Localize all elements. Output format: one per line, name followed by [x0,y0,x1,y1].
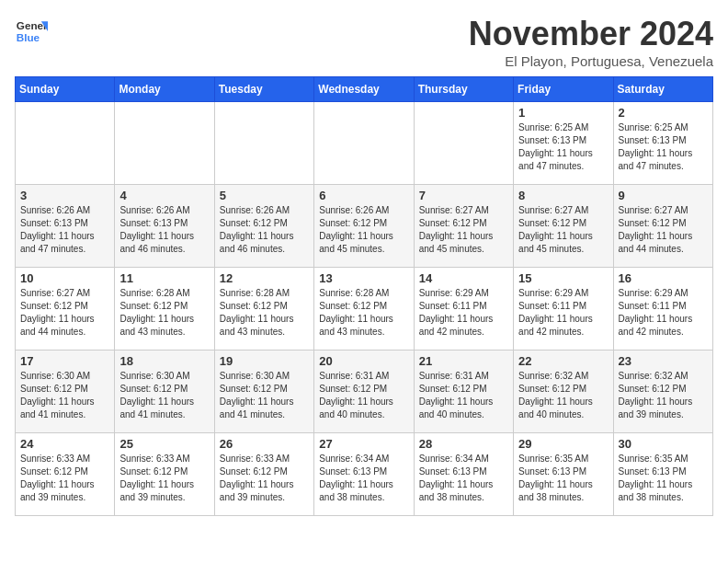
day-info: Sunrise: 6:33 AM Sunset: 6:12 PM Dayligh… [220,453,309,504]
calendar-cell [214,102,313,185]
day-number: 27 [319,437,408,451]
svg-text:General: General [17,19,48,31]
day-number: 5 [220,189,309,202]
calendar-cell [414,102,513,185]
calendar-cell: 7Sunrise: 6:27 AM Sunset: 6:12 PM Daylig… [414,185,513,268]
day-number: 13 [319,271,408,285]
day-info: Sunrise: 6:30 AM Sunset: 6:12 PM Dayligh… [119,370,209,421]
day-header-thursday: Thursday [414,77,513,102]
calendar-cell [16,102,115,185]
calendar-cell: 9Sunrise: 6:27 AM Sunset: 6:12 PM Daylig… [613,185,712,268]
day-info: Sunrise: 6:26 AM Sunset: 6:13 PM Dayligh… [119,204,209,256]
calendar-cell: 28Sunrise: 6:34 AM Sunset: 6:13 PM Dayli… [414,433,513,516]
day-info: Sunrise: 6:30 AM Sunset: 6:12 PM Dayligh… [20,370,109,421]
calendar-cell: 1Sunrise: 6:25 AM Sunset: 6:13 PM Daylig… [514,102,613,185]
day-number: 4 [119,189,209,202]
calendar-cell: 24Sunrise: 6:33 AM Sunset: 6:12 PM Dayli… [16,433,115,516]
calendar-cell: 8Sunrise: 6:27 AM Sunset: 6:12 PM Daylig… [514,185,613,268]
day-number: 29 [518,437,608,451]
calendar-cell: 2Sunrise: 6:25 AM Sunset: 6:13 PM Daylig… [613,102,712,185]
calendar-cell: 21Sunrise: 6:31 AM Sunset: 6:12 PM Dayli… [414,350,513,433]
day-info: Sunrise: 6:27 AM Sunset: 6:12 PM Dayligh… [20,287,109,339]
day-info: Sunrise: 6:28 AM Sunset: 6:12 PM Dayligh… [220,287,309,339]
day-info: Sunrise: 6:28 AM Sunset: 6:12 PM Dayligh… [319,287,408,339]
page-header: General Blue November 2024 El Playon, Po… [15,15,713,69]
day-number: 8 [518,189,608,202]
calendar-cell: 25Sunrise: 6:33 AM Sunset: 6:12 PM Dayli… [115,433,214,516]
day-header-tuesday: Tuesday [214,77,313,102]
day-info: Sunrise: 6:31 AM Sunset: 6:12 PM Dayligh… [419,370,508,421]
calendar-week-1: 1Sunrise: 6:25 AM Sunset: 6:13 PM Daylig… [16,102,713,185]
calendar-cell: 20Sunrise: 6:31 AM Sunset: 6:12 PM Dayli… [314,350,414,433]
calendar-week-5: 24Sunrise: 6:33 AM Sunset: 6:12 PM Dayli… [16,433,713,516]
calendar-cell: 26Sunrise: 6:33 AM Sunset: 6:12 PM Dayli… [214,433,313,516]
location: El Playon, Portuguesa, Venezuela [469,53,713,69]
day-number: 14 [419,271,508,285]
calendar-week-3: 10Sunrise: 6:27 AM Sunset: 6:12 PM Dayli… [16,268,713,350]
calendar-cell: 3Sunrise: 6:26 AM Sunset: 6:13 PM Daylig… [16,185,115,268]
day-number: 22 [518,354,608,368]
day-info: Sunrise: 6:34 AM Sunset: 6:13 PM Dayligh… [319,453,408,504]
day-number: 2 [619,106,708,120]
day-info: Sunrise: 6:32 AM Sunset: 6:12 PM Dayligh… [619,370,708,421]
day-number: 25 [119,437,209,451]
day-number: 26 [220,437,309,451]
calendar-cell: 23Sunrise: 6:32 AM Sunset: 6:12 PM Dayli… [613,350,712,433]
calendar-cell: 11Sunrise: 6:28 AM Sunset: 6:12 PM Dayli… [115,268,214,350]
day-number: 6 [319,189,408,202]
day-number: 12 [220,271,309,285]
calendar-cell: 22Sunrise: 6:32 AM Sunset: 6:12 PM Dayli… [514,350,613,433]
day-number: 19 [220,354,309,368]
day-number: 16 [619,271,708,285]
day-header-friday: Friday [514,77,613,102]
calendar-cell: 18Sunrise: 6:30 AM Sunset: 6:12 PM Dayli… [115,350,214,433]
calendar-cell: 16Sunrise: 6:29 AM Sunset: 6:11 PM Dayli… [613,268,712,350]
calendar-cell: 14Sunrise: 6:29 AM Sunset: 6:11 PM Dayli… [414,268,513,350]
day-number: 24 [20,437,109,451]
day-number: 30 [619,437,708,451]
title-block: November 2024 El Playon, Portuguesa, Ven… [469,15,713,69]
calendar-cell: 30Sunrise: 6:35 AM Sunset: 6:13 PM Dayli… [613,433,712,516]
calendar-week-2: 3Sunrise: 6:26 AM Sunset: 6:13 PM Daylig… [16,185,713,268]
day-info: Sunrise: 6:35 AM Sunset: 6:13 PM Dayligh… [619,453,708,504]
svg-text:Blue: Blue [17,31,40,43]
day-info: Sunrise: 6:26 AM Sunset: 6:12 PM Dayligh… [220,204,309,256]
day-info: Sunrise: 6:26 AM Sunset: 6:12 PM Dayligh… [319,204,408,256]
calendar-cell: 5Sunrise: 6:26 AM Sunset: 6:12 PM Daylig… [214,185,313,268]
day-info: Sunrise: 6:32 AM Sunset: 6:12 PM Dayligh… [518,370,608,421]
day-number: 7 [419,189,508,202]
days-header-row: SundayMondayTuesdayWednesdayThursdayFrid… [16,77,713,102]
day-number: 21 [419,354,508,368]
day-info: Sunrise: 6:26 AM Sunset: 6:13 PM Dayligh… [20,204,109,256]
day-info: Sunrise: 6:27 AM Sunset: 6:12 PM Dayligh… [518,204,608,256]
day-number: 23 [619,354,708,368]
day-number: 3 [20,189,109,202]
day-header-sunday: Sunday [16,77,115,102]
day-number: 15 [518,271,608,285]
day-info: Sunrise: 6:25 AM Sunset: 6:13 PM Dayligh… [619,121,708,173]
day-info: Sunrise: 6:27 AM Sunset: 6:12 PM Dayligh… [419,204,508,256]
calendar-cell: 15Sunrise: 6:29 AM Sunset: 6:11 PM Dayli… [514,268,613,350]
day-number: 17 [20,354,109,368]
calendar-cell: 17Sunrise: 6:30 AM Sunset: 6:12 PM Dayli… [16,350,115,433]
calendar-cell: 29Sunrise: 6:35 AM Sunset: 6:13 PM Dayli… [514,433,613,516]
calendar-cell: 10Sunrise: 6:27 AM Sunset: 6:12 PM Dayli… [16,268,115,350]
day-number: 9 [619,189,708,202]
day-header-monday: Monday [115,77,214,102]
logo-icon: General Blue [15,15,48,48]
day-info: Sunrise: 6:31 AM Sunset: 6:12 PM Dayligh… [319,370,408,421]
day-number: 18 [119,354,209,368]
day-number: 10 [20,271,109,285]
day-info: Sunrise: 6:30 AM Sunset: 6:12 PM Dayligh… [220,370,309,421]
calendar-cell [115,102,214,185]
calendar-cell: 12Sunrise: 6:28 AM Sunset: 6:12 PM Dayli… [214,268,313,350]
day-info: Sunrise: 6:29 AM Sunset: 6:11 PM Dayligh… [619,287,708,339]
day-header-wednesday: Wednesday [314,77,414,102]
calendar-table: SundayMondayTuesdayWednesdayThursdayFrid… [15,76,713,516]
calendar-cell: 19Sunrise: 6:30 AM Sunset: 6:12 PM Dayli… [214,350,313,433]
calendar-cell: 27Sunrise: 6:34 AM Sunset: 6:13 PM Dayli… [314,433,414,516]
day-header-saturday: Saturday [613,77,712,102]
day-info: Sunrise: 6:29 AM Sunset: 6:11 PM Dayligh… [419,287,508,339]
calendar-cell: 4Sunrise: 6:26 AM Sunset: 6:13 PM Daylig… [115,185,214,268]
day-number: 20 [319,354,408,368]
